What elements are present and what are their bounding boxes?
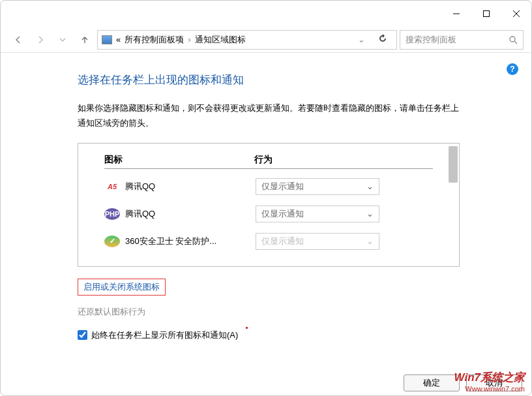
chevron-right-icon: › bbox=[188, 35, 190, 44]
titlebar bbox=[1, 1, 531, 27]
bc-item-all[interactable]: 所有控制面板项 bbox=[125, 34, 184, 46]
control-panel-icon bbox=[102, 35, 112, 44]
refresh-button[interactable] bbox=[373, 34, 392, 45]
search-icon bbox=[509, 35, 518, 44]
svg-rect-1 bbox=[484, 11, 490, 17]
up-button[interactable] bbox=[75, 30, 95, 50]
chevron-down-icon: ⌄ bbox=[366, 209, 374, 219]
reset-defaults-link[interactable]: 还原默认图标行为 bbox=[78, 306, 460, 318]
item-name: 360安全卫士 安全防护... bbox=[125, 236, 256, 247]
control-panel-window: « 所有控制面板项 › 通知区域图标 ⌄ 搜索控制面板 ? 选择在任务栏上出现的… bbox=[0, 0, 532, 396]
checkbox-label: 始终在任务栏上显示所有图标和通知(A) bbox=[91, 329, 238, 341]
item-name: 腾讯QQ bbox=[125, 181, 256, 192]
content-area: ? 选择在任务栏上出现的图标和通知 如果你选择隐藏图标和通知，则不会获得更改或更… bbox=[1, 57, 531, 395]
list-item: ✓ 360安全卫士 安全防护... 仅显示通知 ⌄ bbox=[104, 233, 433, 250]
qq-icon: A5 bbox=[104, 181, 120, 192]
navigation-bar: « 所有控制面板项 › 通知区域图标 ⌄ 搜索控制面板 bbox=[1, 27, 531, 53]
behavior-select[interactable]: 仅显示通知 ⌄ bbox=[256, 233, 379, 250]
forward-button[interactable] bbox=[31, 30, 50, 50]
watermark-url: Www.winwin7.com bbox=[454, 385, 525, 393]
list-header: 图标 行为 bbox=[104, 154, 433, 169]
always-show-checkbox-row: 始终在任务栏上显示所有图标和通知(A) bbox=[78, 329, 460, 341]
chevron-down-icon: ⌄ bbox=[366, 181, 374, 191]
ok-button[interactable]: 确定 bbox=[404, 374, 460, 391]
php-icon: PHP bbox=[104, 208, 120, 220]
watermark-title: Win7系统之家 bbox=[454, 370, 525, 385]
behavior-select[interactable]: 仅显示通知 ⌄ bbox=[256, 206, 379, 222]
360-icon: ✓ bbox=[104, 236, 120, 247]
bc-overflow: « bbox=[116, 35, 121, 44]
list-item: A5 腾讯QQ 仅显示通知 ⌄ bbox=[104, 178, 433, 195]
minimize-button[interactable] bbox=[441, 3, 471, 24]
chevron-down-icon[interactable]: ⌄ bbox=[354, 35, 369, 44]
chevron-down-icon: ⌄ bbox=[366, 236, 374, 246]
recent-locations-button[interactable] bbox=[53, 30, 72, 50]
scrollbar-thumb[interactable] bbox=[449, 146, 458, 183]
behavior-select[interactable]: 仅显示通知 ⌄ bbox=[256, 178, 379, 195]
col-icon: 图标 bbox=[104, 154, 254, 166]
search-placeholder: 搜索控制面板 bbox=[406, 34, 505, 46]
maximize-button[interactable] bbox=[471, 3, 501, 24]
breadcrumb[interactable]: « 所有控制面板项 › 通知区域图标 ⌄ bbox=[97, 30, 397, 50]
icon-list: 图标 行为 A5 腾讯QQ 仅显示通知 ⌄ PHP 腾讯QQ 仅显示通知 bbox=[78, 143, 460, 267]
close-button[interactable] bbox=[501, 3, 531, 24]
list-item: PHP 腾讯QQ 仅显示通知 ⌄ bbox=[104, 206, 433, 222]
toggle-system-icons-link[interactable]: 启用或关闭系统图标 bbox=[78, 279, 166, 296]
back-button[interactable] bbox=[8, 30, 28, 50]
svg-point-4 bbox=[510, 37, 515, 42]
item-name: 腾讯QQ bbox=[125, 208, 256, 220]
bc-item-notification[interactable]: 通知区域图标 bbox=[195, 34, 246, 46]
watermark: Win7系统之家 Www.winwin7.com bbox=[454, 370, 525, 393]
cursor-indicator bbox=[246, 327, 248, 329]
search-input[interactable]: 搜索控制面板 bbox=[400, 30, 524, 50]
help-icon[interactable]: ? bbox=[507, 63, 518, 75]
always-show-checkbox[interactable] bbox=[78, 330, 87, 340]
svg-line-5 bbox=[514, 41, 517, 44]
page-description: 如果你选择隐藏图标和通知，则不会获得更改或更新通知。若要随时查看隐藏的图标，请单… bbox=[78, 100, 460, 131]
col-behavior: 行为 bbox=[254, 154, 273, 166]
page-title: 选择在任务栏上出现的图标和通知 bbox=[78, 72, 460, 87]
